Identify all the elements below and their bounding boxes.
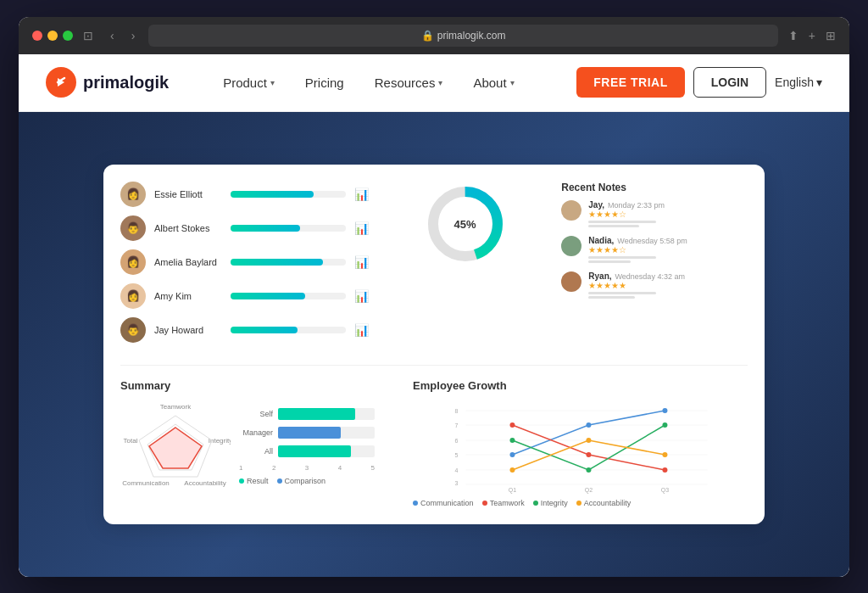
perf-row-1: 👩 Essie Elliott 📊	[120, 182, 369, 207]
chevron-down-icon: ▾	[510, 78, 515, 87]
nav-links: Product ▾ Pricing Resources ▾ About ▾	[209, 69, 576, 97]
stars-2: ★★★★☆	[588, 245, 687, 255]
maximize-button[interactable]	[63, 31, 73, 41]
note-avatar-jay	[561, 200, 581, 221]
note-date-1: Monday 2:33 pm	[608, 201, 665, 210]
avatar-amelia: 👩	[120, 249, 146, 275]
chart-icon: 📊	[354, 221, 369, 235]
svg-point-29	[587, 452, 592, 457]
note-content-2: Nadia, Wednesday 5:58 pm ★★★★☆	[588, 236, 687, 265]
perf-row-3: 👩 Amelia Baylard 📊	[120, 249, 369, 275]
note-name-1: Jay,	[588, 200, 604, 210]
svg-point-31	[510, 438, 515, 443]
svg-text:Q2: Q2	[585, 487, 593, 494]
free-trial-button[interactable]: FREE TRIAL	[576, 67, 684, 98]
hbar-manager: Manager	[239, 427, 375, 439]
dashboard-top: 👩 Essie Elliott 📊 👨 Albert Stokes	[120, 182, 748, 351]
avatar-essie: 👩	[120, 182, 146, 207]
svg-text:Communication: Communication	[122, 479, 170, 487]
nav-about[interactable]: About ▾	[459, 69, 527, 97]
hero-area: 👩 Essie Elliott 📊 👨 Albert Stokes	[19, 112, 849, 577]
browser-chrome: ⊡ ‹ › 🔒 primalogik.com ⬆ + ⊞	[19, 17, 849, 54]
legend-communication-label: Communication	[420, 499, 474, 507]
back-button[interactable]: ‹	[107, 27, 118, 44]
svg-point-34	[510, 467, 515, 473]
dashboard-bottom: Summary Teamwork Integrity Accountabilit…	[120, 365, 748, 507]
language-selector[interactable]: English ▾	[775, 76, 822, 89]
bar-amelia	[231, 259, 346, 266]
legend-comparison-label: Comparison	[285, 477, 326, 485]
nav-pricing-label: Pricing	[305, 76, 344, 90]
avatar-albert: 👨	[120, 215, 146, 241]
legend-integrity-label: Integrity	[541, 499, 568, 507]
nav-pricing[interactable]: Pricing	[292, 69, 358, 97]
grid-icon[interactable]: ⊞	[826, 29, 836, 42]
bar-amy	[231, 293, 346, 299]
share-icon[interactable]: ⬆	[788, 29, 798, 42]
legend-result-label: Result	[247, 477, 269, 485]
donut-label: 45%	[454, 217, 476, 230]
hbar-label-manager: Manager	[239, 428, 273, 437]
perf-row-4: 👩 Amy Kim 📊	[120, 283, 369, 309]
nav-about-label: About	[473, 76, 506, 90]
perf-row-5: 👨 Jay Howard 📊	[120, 317, 369, 343]
svg-text:Q3: Q3	[661, 487, 669, 494]
svg-text:3: 3	[455, 480, 459, 486]
summary-bar-chart: Self Manager	[239, 408, 375, 485]
note-date-2: Wednesday 5:58 pm	[617, 237, 687, 245]
svg-point-36	[663, 452, 668, 457]
summary-legend: Result Comparison	[239, 477, 375, 485]
hbar-label-all: All	[239, 447, 273, 456]
chart-icon: 📊	[354, 323, 369, 337]
radar-chart: Teamwork Integrity Accountability Commun…	[120, 400, 231, 494]
legend-teamwork: Teamwork	[482, 499, 525, 507]
chevron-down-icon: ▾	[270, 78, 275, 87]
nav-product-label: Product	[223, 76, 267, 90]
chevron-down-icon: ▾	[438, 78, 442, 87]
bar-albert	[231, 225, 346, 232]
hbar-label-self: Self	[239, 410, 273, 418]
avatar-jay: 👨	[120, 317, 146, 343]
svg-point-26	[587, 422, 592, 428]
window-layout-icon: ⊡	[83, 29, 93, 42]
hbar-all: All	[239, 445, 375, 457]
svg-point-25	[510, 452, 515, 457]
language-label: English	[775, 76, 814, 89]
summary-title: Summary	[120, 379, 399, 392]
legend-integrity: Integrity	[533, 499, 568, 507]
note-content-1: Jay, Monday 2:33 pm ★★★★☆	[588, 200, 665, 229]
stars-1: ★★★★☆	[588, 210, 665, 219]
forward-button[interactable]: ›	[128, 27, 139, 44]
notes-title: Recent Notes	[561, 182, 748, 193]
close-button[interactable]	[32, 31, 42, 41]
navbar: primalogik Product ▾ Pricing Resources ▾…	[19, 54, 849, 112]
browser-actions: ⬆ + ⊞	[788, 29, 836, 42]
dashboard-card: 👩 Essie Elliott 📊 👨 Albert Stokes	[103, 165, 765, 524]
nav-resources[interactable]: Resources ▾	[361, 69, 457, 97]
svg-point-35	[587, 438, 592, 443]
svg-marker-9	[149, 428, 202, 468]
growth-section: Employee Growth 8 7 6 5 4 3	[413, 379, 748, 507]
nav-product[interactable]: Product ▾	[209, 69, 288, 97]
minimize-button[interactable]	[47, 31, 58, 41]
nav-resources-label: Resources	[375, 76, 436, 90]
note-avatar-ryan	[561, 271, 581, 292]
legend-comparison: Comparison	[277, 477, 326, 485]
svg-point-28	[510, 422, 515, 428]
logo[interactable]: primalogik	[46, 67, 169, 98]
svg-text:6: 6	[455, 438, 459, 444]
svg-text:Q1: Q1	[509, 487, 516, 494]
chart-icon: 📊	[354, 255, 369, 269]
new-tab-icon[interactable]: +	[809, 29, 815, 42]
chart-icon: 📊	[354, 289, 369, 303]
svg-point-27	[663, 408, 668, 413]
address-bar[interactable]: 🔒 primalogik.com	[148, 25, 777, 47]
growth-legend: Communication Teamwork Integrity	[413, 499, 748, 507]
browser-window: ⊡ ‹ › 🔒 primalogik.com ⬆ + ⊞ primalogik	[19, 17, 849, 577]
chevron-down-icon: ▾	[816, 76, 822, 89]
legend-teamwork-label: Teamwork	[490, 499, 525, 507]
legend-accountability: Accountability	[576, 499, 632, 507]
login-button[interactable]: LOGIN	[693, 67, 766, 98]
donut-chart: 45%	[423, 182, 508, 266]
note-item-3: Ryan, Wednesday 4:32 am ★★★★★	[561, 271, 748, 300]
